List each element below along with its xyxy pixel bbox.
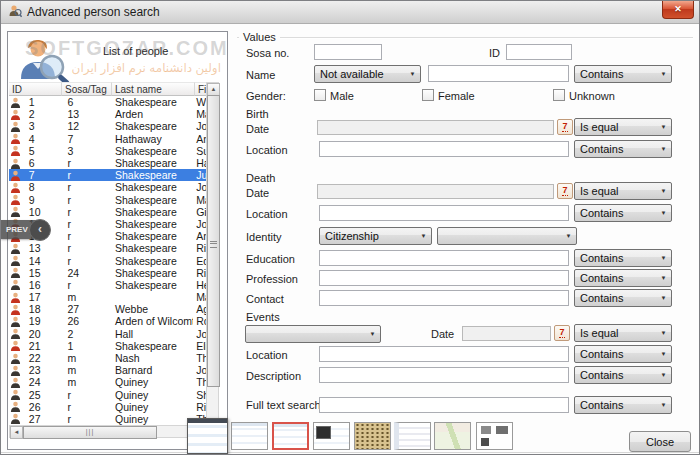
female-checkbox[interactable] bbox=[422, 89, 434, 101]
cell-id: 18 bbox=[23, 303, 62, 315]
horizontal-scrollbar[interactable]: ◄ ||| bbox=[9, 425, 206, 438]
ancient-map-thumbnail[interactable] bbox=[354, 422, 391, 450]
events-date-input[interactable] bbox=[462, 326, 551, 341]
table-row[interactable]: 23mBarnardJoh bbox=[9, 364, 207, 376]
male-checkbox[interactable] bbox=[314, 89, 326, 101]
table-row[interactable]: 22mNashTho bbox=[9, 352, 207, 364]
cell-firstname: Ric bbox=[193, 267, 207, 279]
death-location-operator-dropdown[interactable]: Contains▼ bbox=[574, 204, 672, 222]
name-input[interactable] bbox=[428, 65, 569, 82]
chevron-down-icon: ▼ bbox=[656, 124, 671, 130]
gallery-view-thumbnail[interactable] bbox=[476, 422, 513, 450]
table-row[interactable]: 202HallJoh bbox=[9, 328, 207, 340]
cell-id: 20 bbox=[23, 328, 62, 340]
unknown-checkbox[interactable] bbox=[553, 89, 565, 101]
chevron-down-icon: ▼ bbox=[656, 255, 671, 261]
scroll-left-button[interactable]: ◄ bbox=[10, 426, 23, 439]
table-row[interactable]: 16ShakespeareWil bbox=[9, 96, 207, 108]
events-location-operator-dropdown[interactable]: Contains▼ bbox=[574, 345, 672, 363]
horizontal-scrollbar-thumb[interactable]: ||| bbox=[23, 426, 157, 439]
education-operator-dropdown[interactable]: Contains▼ bbox=[574, 249, 672, 267]
chevron-down-icon: ▼ bbox=[561, 233, 576, 239]
table-row[interactable]: 1524ShakespeareRic bbox=[9, 267, 207, 279]
table-row[interactable]: 13rShakespeareRic bbox=[9, 242, 207, 254]
table-row[interactable]: 25rQuineySha bbox=[9, 389, 207, 401]
cell-id: 2 bbox=[23, 108, 62, 120]
table-row[interactable]: 53ShakespeareSus bbox=[9, 145, 207, 157]
cell-firstname: Joa bbox=[193, 181, 207, 193]
chevron-down-icon: ▼ bbox=[656, 402, 671, 408]
birth-date-input[interactable] bbox=[317, 120, 554, 135]
column-header-sosa[interactable]: Sosa/Tag bbox=[62, 82, 112, 96]
cell-sosa: r bbox=[61, 413, 111, 425]
table-row[interactable]: 312ShakespeareJoh bbox=[9, 120, 207, 132]
close-button[interactable]: Close bbox=[629, 431, 691, 452]
events-type-dropdown[interactable]: ▼ bbox=[245, 325, 381, 343]
profession-input[interactable] bbox=[319, 270, 569, 286]
description-operator-dropdown[interactable]: Contains▼ bbox=[574, 366, 672, 384]
title-bar[interactable]: Advanced person search ✕ bbox=[1, 1, 699, 24]
id-input[interactable] bbox=[506, 44, 572, 60]
form-preview-thumbnail[interactable] bbox=[187, 418, 228, 454]
contact-operator-dropdown[interactable]: Contains▼ bbox=[574, 289, 672, 307]
name-type-dropdown[interactable]: Not available▼ bbox=[314, 65, 421, 83]
table-row[interactable]: 1827WebbeAgn bbox=[9, 303, 207, 315]
media-view-thumbnail[interactable] bbox=[313, 422, 350, 450]
map-view-thumbnail[interactable] bbox=[434, 422, 471, 450]
vertical-scrollbar-thumb[interactable] bbox=[207, 95, 220, 387]
death-date-input[interactable] bbox=[317, 184, 554, 199]
table-row[interactable]: 10rShakespeareGilb bbox=[9, 206, 207, 218]
identity-value-dropdown[interactable]: ▼ bbox=[437, 227, 577, 245]
fulltext-operator-dropdown[interactable]: Contains▼ bbox=[574, 396, 672, 414]
table-row[interactable]: 9rShakespeareMar bbox=[9, 194, 207, 206]
profession-operator-dropdown[interactable]: Contains▼ bbox=[574, 269, 672, 287]
cell-id: 9 bbox=[23, 194, 62, 206]
table-row[interactable]: 14rShakespeareEdm bbox=[9, 254, 207, 266]
table-row[interactable]: 27rQuineyTho bbox=[9, 413, 207, 425]
table-view-thumbnail[interactable] bbox=[394, 422, 431, 450]
chevron-down-icon: ▼ bbox=[656, 295, 671, 301]
name-operator-dropdown[interactable]: Contains▼ bbox=[574, 65, 672, 83]
table-row[interactable]: 16rShakespeareHen bbox=[9, 279, 207, 291]
cell-sosa: r bbox=[61, 218, 111, 230]
chevron-down-icon: ▼ bbox=[656, 71, 671, 77]
events-location-input[interactable] bbox=[319, 346, 569, 362]
birth-calendar-button[interactable]: 7 bbox=[557, 119, 573, 135]
death-calendar-button[interactable]: 7 bbox=[557, 183, 573, 199]
search-view-thumbnail[interactable] bbox=[272, 422, 309, 450]
values-group-title: Values bbox=[239, 31, 280, 43]
table-row[interactable]: 26rQuineyRic bbox=[9, 401, 207, 413]
events-calendar-button[interactable]: 7 bbox=[554, 325, 570, 341]
table-row[interactable]: 24mQuineyTho bbox=[9, 376, 207, 388]
close-window-button[interactable]: ✕ bbox=[662, 1, 694, 19]
table-row[interactable]: 47HathawayAnn bbox=[9, 133, 207, 145]
sosa-no-input[interactable] bbox=[314, 44, 382, 60]
cell-sosa: m bbox=[61, 364, 111, 376]
death-date-operator-dropdown[interactable]: Is equal▼ bbox=[574, 182, 672, 200]
cell-id: 5 bbox=[23, 145, 62, 157]
description-input[interactable] bbox=[319, 367, 569, 383]
table-row[interactable]: 213ArdenMar bbox=[9, 108, 207, 120]
death-location-input[interactable] bbox=[319, 205, 569, 221]
birth-date-operator-dropdown[interactable]: Is equal▼ bbox=[574, 118, 672, 136]
education-input[interactable] bbox=[319, 250, 569, 266]
table-row[interactable]: 8rShakespeareJoa bbox=[9, 181, 207, 193]
events-date-operator-dropdown[interactable]: Is equal▼ bbox=[574, 324, 672, 342]
table-row[interactable]: 7rShakespeareJud bbox=[9, 169, 207, 181]
form-view-thumbnail[interactable] bbox=[231, 422, 268, 450]
column-header-lastname[interactable]: Last name bbox=[112, 82, 195, 96]
fulltext-search-input[interactable] bbox=[319, 397, 569, 413]
cell-firstname: Jud bbox=[193, 169, 207, 181]
table-row[interactable]: 1926Arden of WilcomteRob bbox=[9, 315, 207, 327]
identity-type-dropdown[interactable]: Citizenship▼ bbox=[319, 227, 432, 245]
table-row[interactable]: 211ShakespeareEliz bbox=[9, 340, 207, 352]
birth-location-input[interactable] bbox=[319, 141, 569, 157]
birth-location-operator-dropdown[interactable]: Contains▼ bbox=[574, 140, 672, 158]
column-header-id[interactable]: ID bbox=[9, 82, 62, 96]
table-row[interactable]: 17mMar bbox=[9, 291, 207, 303]
contact-input[interactable] bbox=[319, 290, 569, 306]
table-row[interactable]: 6rShakespeareHam bbox=[9, 157, 207, 169]
prev-overlay-button[interactable]: PREV ‹ bbox=[1, 220, 40, 239]
cell-id: 24 bbox=[23, 376, 62, 388]
vertical-scrollbar[interactable]: ▲ ▼ bbox=[206, 82, 219, 440]
